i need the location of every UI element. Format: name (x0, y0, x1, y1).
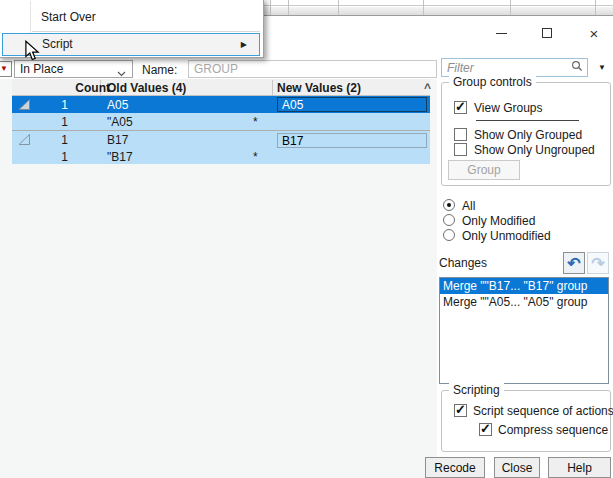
count-cell: 1 (32, 150, 68, 164)
check-icon: ✓ (455, 99, 466, 114)
group-controls-legend: Group controls (449, 75, 536, 89)
compress-sequence-checkbox[interactable]: ✓ (479, 423, 492, 436)
filter-dropdown-button[interactable]: ▼ (591, 58, 613, 77)
group-button[interactable]: Group (448, 160, 520, 180)
new-value-cell[interactable]: B17 (277, 133, 427, 148)
separator (476, 120, 579, 121)
show-only-grouped-label[interactable]: Show Only Grouped (474, 128, 582, 142)
redo-button[interactable]: ↷ (587, 252, 609, 274)
table-row[interactable]: 1 "B17 * (12, 148, 430, 164)
group-triangle-icon[interactable] (18, 133, 31, 149)
grid-line (270, 0, 271, 15)
radio-all[interactable] (443, 199, 455, 211)
scripting-legend: Scripting (449, 383, 504, 397)
menu-item-start-over[interactable]: Start Over (41, 10, 96, 24)
check-icon: ✓ (480, 421, 491, 436)
compress-sequence-label[interactable]: Compress sequence (498, 423, 608, 437)
recode-dialog: × ▼ In Place Name: ▼ Count Old Values (4… (0, 0, 613, 478)
background-table-grid (263, 0, 613, 16)
check-icon: ✓ (455, 402, 466, 417)
background-table-row (263, 7, 613, 16)
close-dialog-button[interactable]: Close (494, 457, 540, 478)
show-only-ungrouped-checkbox[interactable] (454, 143, 467, 156)
collapse-chevron-icon[interactable]: ^ (424, 81, 431, 95)
wildcard-star: * (253, 150, 258, 164)
change-list-item[interactable]: Merge ""B17... "B17" group (440, 278, 608, 294)
old-value-cell: B17 (107, 133, 128, 147)
chevron-down-icon (117, 66, 126, 80)
group-controls-fieldset: Group controls ✓ View Groups Show Only G… (441, 82, 611, 186)
name-label: Name: (142, 63, 177, 77)
group-triangle-icon[interactable] (18, 98, 31, 114)
undo-icon: ↶ (567, 254, 580, 273)
old-value-cell: "A05 (107, 115, 133, 129)
help-button[interactable]: Help (548, 457, 611, 478)
radio-dot (447, 203, 451, 207)
view-groups-label[interactable]: View Groups (474, 101, 542, 115)
old-value-cell: A05 (107, 98, 128, 112)
show-only-ungrouped-label[interactable]: Show Only Ungrouped (474, 143, 595, 157)
old-value-cell: "B17 (107, 150, 133, 164)
header-new-values[interactable]: New Values (2) (277, 81, 361, 95)
grid-line (595, 0, 596, 15)
radio-all-label[interactable]: All (462, 199, 475, 213)
undo-button[interactable]: ↶ (563, 252, 585, 274)
search-icon (571, 60, 587, 75)
table-row[interactable]: 1 "A05 * (12, 113, 430, 130)
changes-listbox[interactable]: Merge ""B17... "B17" group Merge ""A05..… (439, 277, 609, 384)
menu-separator (32, 31, 260, 32)
new-value-cell[interactable]: A05 (277, 97, 427, 112)
header-count[interactable]: Count (52, 81, 110, 95)
scripting-fieldset: Scripting ✓ Script sequence of actions ✓… (441, 390, 611, 452)
mouse-cursor (24, 40, 40, 65)
name-field-wrap (188, 60, 437, 78)
table-header: Count Old Values (4) New Values (2) ^ (12, 79, 430, 96)
script-sequence-label[interactable]: Script sequence of actions (473, 404, 613, 418)
red-triangle-icon: ▼ (0, 64, 8, 73)
changes-label: Changes (439, 256, 487, 270)
recode-button[interactable]: Recode (425, 457, 485, 478)
script-sequence-checkbox[interactable]: ✓ (454, 404, 467, 417)
change-list-item[interactable]: Merge ""A05... "A05" group (440, 294, 608, 310)
radio-only-modified[interactable] (443, 214, 455, 226)
count-cell: 1 (32, 115, 68, 129)
maximize-button[interactable] (530, 21, 564, 45)
maximize-icon (542, 28, 552, 38)
background-table-row (263, 0, 613, 6)
count-cell: 1 (32, 133, 68, 147)
wildcard-star: * (253, 115, 258, 129)
dropdown-arrow-icon: ▼ (598, 63, 606, 72)
radio-only-unmodified[interactable] (443, 229, 455, 241)
close-button[interactable]: × (577, 21, 611, 45)
close-icon: × (590, 26, 599, 41)
minimize-button[interactable] (484, 21, 518, 45)
red-triangle-menu-button[interactable]: ▼ (0, 61, 12, 77)
name-input[interactable] (189, 61, 436, 77)
show-only-grouped-checkbox[interactable] (454, 128, 467, 141)
count-cell: 1 (32, 98, 68, 112)
header-old-values[interactable]: Old Values (4) (107, 81, 186, 95)
column-divider (272, 80, 273, 95)
grid-line (338, 0, 339, 15)
menu-item-script-label: Script (42, 37, 73, 51)
radio-only-modified-label[interactable]: Only Modified (462, 214, 535, 228)
table-row[interactable]: 1 A05 A05 (12, 96, 430, 113)
view-groups-checkbox[interactable]: ✓ (454, 101, 467, 114)
grid-line (288, 0, 289, 15)
menu-item-script[interactable]: Script ▶ (2, 33, 260, 56)
filter-input[interactable] (442, 61, 571, 75)
submenu-arrow-icon: ▶ (241, 40, 247, 49)
grid-line (510, 0, 511, 15)
grid-line (423, 0, 424, 15)
table-row[interactable]: 1 B17 B17 (12, 130, 430, 148)
redo-icon: ↷ (591, 254, 604, 273)
minimize-icon (496, 33, 507, 34)
radio-only-unmodified-label[interactable]: Only Unmodified (462, 229, 551, 243)
